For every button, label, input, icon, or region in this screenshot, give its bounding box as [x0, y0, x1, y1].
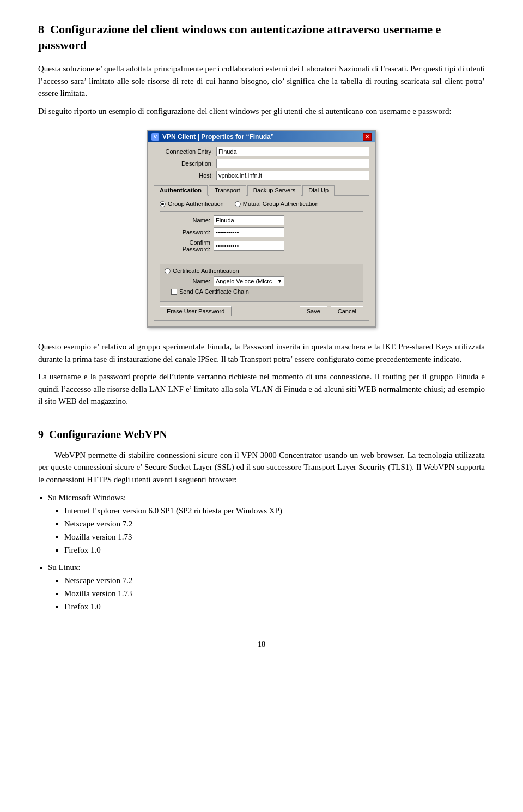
vpn-close-button[interactable]: ✕ — [363, 133, 372, 141]
section8-title: 8 Configurazione del client windows con … — [38, 22, 485, 53]
group-auth-radio-label[interactable]: Group Authentication — [160, 201, 224, 207]
auth-radio-row: Group Authentication Mutual Group Authen… — [160, 201, 363, 207]
list-item: Internet Explorer version 6.0 SP1 (SP2 r… — [64, 504, 485, 517]
password-row: Password: — [165, 227, 358, 237]
windows-label: Su Microsoft Windows: — [48, 493, 126, 502]
host-input[interactable] — [216, 171, 369, 180]
cert-name-dropdown[interactable]: Angelo Veloce (Micrc ▼ — [214, 276, 284, 286]
list-item: Netscape version 7.2 — [64, 574, 485, 587]
confirm-password-input[interactable] — [214, 241, 284, 251]
section9-para1: WebVPN permette di stabilire connessioni… — [38, 449, 485, 486]
vpn-bottom-buttons: Erase User Password Save Cancel — [160, 306, 363, 316]
section9-title: 9 Configurazione WebVPN — [38, 427, 485, 441]
vpn-titlebar-left: V VPN Client | Properties for “Finuda” — [151, 133, 274, 141]
vpn-dialog: V VPN Client | Properties for “Finuda” ✕… — [147, 130, 376, 328]
vpn-dialog-wrapper: V VPN Client | Properties for “Finuda” ✕… — [38, 130, 485, 328]
cert-auth-radio-label[interactable]: Certificate Authentication — [165, 268, 358, 274]
list-item: Mozilla version 1.73 — [64, 587, 485, 600]
group-auth-radio[interactable] — [160, 201, 166, 207]
mutual-auth-radio-label[interactable]: Mutual Group Authentication — [235, 201, 319, 207]
vpn-app-icon: V — [151, 133, 159, 141]
password-input[interactable] — [214, 227, 284, 237]
group-auth-label: Group Authentication — [168, 201, 224, 207]
windows-browser-list: Internet Explorer version 6.0 SP1 (SP2 r… — [64, 504, 485, 556]
save-cancel-group: Save Cancel — [300, 306, 363, 316]
connection-entry-label: Connection Entry: — [154, 148, 216, 155]
section8-para1: Questa soluzione e’ quella adottata prin… — [38, 63, 485, 100]
page-number: – 18 – — [252, 640, 271, 649]
tab-transport[interactable]: Transport — [209, 185, 246, 196]
confirm-password-label: Confirm Password: — [165, 239, 214, 252]
windows-item: Su Microsoft Windows: Internet Explorer … — [48, 491, 485, 556]
password-label: Password: — [165, 229, 214, 235]
cert-dropdown-arrow: ▼ — [277, 278, 282, 284]
description-label: Description: — [154, 160, 216, 167]
mutual-auth-radio[interactable] — [235, 201, 241, 207]
confirm-password-row: Confirm Password: — [165, 239, 358, 252]
description-row: Description: — [154, 159, 369, 168]
cert-auth-section: Certificate Authentication Name: Angelo … — [160, 264, 363, 302]
tab-backup-servers[interactable]: Backup Servers — [247, 185, 302, 196]
name-label: Name: — [165, 217, 214, 223]
windows-list-container: Su Microsoft Windows: Internet Explorer … — [48, 491, 485, 613]
group-auth-box: Name: Password: Confirm Password: — [160, 211, 363, 259]
list-item: Firefox 1.0 — [64, 543, 485, 556]
cert-name-row: Name: Angelo Veloce (Micrc ▼ — [165, 276, 358, 286]
list-item: Netscape version 7.2 — [64, 517, 485, 530]
chain-checkbox[interactable] — [171, 289, 177, 295]
erase-user-password-button[interactable]: Erase User Password — [160, 306, 232, 316]
linux-browser-list: Netscape version 7.2 Mozilla version 1.7… — [64, 574, 485, 613]
description-input[interactable] — [216, 159, 369, 168]
name-row: Name: — [165, 215, 358, 225]
vpn-dialog-title: VPN Client | Properties for “Finuda” — [162, 133, 274, 141]
linux-label: Su Linux: — [48, 563, 81, 572]
section8-para4: La username e la password proprie dell’u… — [38, 371, 485, 408]
chain-checkbox-row[interactable]: Send CA Certificate Chain — [171, 288, 358, 295]
connection-entry-input[interactable] — [216, 147, 369, 156]
cert-name-label: Name: — [165, 278, 214, 284]
vpn-titlebar: V VPN Client | Properties for “Finuda” ✕ — [148, 131, 375, 142]
name-input[interactable] — [214, 215, 284, 225]
host-row: Host: — [154, 171, 369, 180]
cancel-button[interactable]: Cancel — [331, 306, 363, 316]
linux-item: Su Linux: Netscape version 7.2 Mozilla v… — [48, 561, 485, 613]
cert-radio-label[interactable]: Certificate Authentication — [165, 268, 358, 274]
cert-name-value: Angelo Veloce (Micrc — [216, 278, 272, 284]
mutual-auth-label: Mutual Group Authentication — [243, 201, 319, 207]
tab-authentication[interactable]: Authentication — [154, 185, 208, 196]
save-button[interactable]: Save — [300, 306, 327, 316]
tab-dial-up[interactable]: Dial-Up — [302, 185, 335, 196]
vpn-dialog-body: Connection Entry: Description: Host: Aut… — [148, 142, 375, 326]
section8-para2: Di seguito riporto un esempio di configu… — [38, 105, 485, 118]
chain-label: Send CA Certificate Chain — [179, 288, 249, 295]
list-item: Mozilla version 1.73 — [64, 530, 485, 543]
section8-para3: Questo esempio e’ relativo al gruppo spe… — [38, 341, 485, 365]
connection-entry-row: Connection Entry: — [154, 147, 369, 156]
vpn-auth-panel: Group Authentication Mutual Group Authen… — [154, 196, 369, 321]
list-item: Firefox 1.0 — [64, 600, 485, 613]
cert-radio[interactable] — [165, 268, 171, 274]
host-label: Host: — [154, 172, 216, 179]
vpn-tabs: Authentication Transport Backup Servers … — [154, 185, 369, 196]
page-footer: – 18 – — [38, 640, 485, 649]
cert-label-text: Certificate Authentication — [173, 268, 239, 274]
